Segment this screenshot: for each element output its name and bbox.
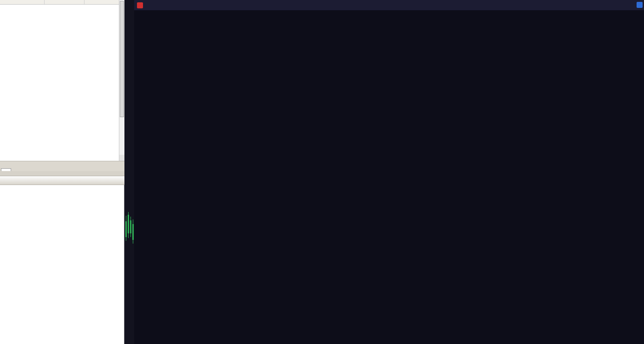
equity-chart[interactable] [134, 20, 644, 75]
menu-bar [134, 10, 644, 20]
market-watch-header [0, 0, 119, 5]
equity-curve [134, 20, 644, 75]
window-button-icon[interactable] [637, 2, 643, 8]
stats-window [134, 0, 644, 344]
navigator-header [0, 176, 124, 185]
candlestick-fragment [124, 210, 134, 248]
market-watch-scrollbar[interactable] [119, 0, 124, 161]
col-ask[interactable] [85, 0, 119, 5]
market-watch-tabs [0, 161, 124, 171]
app-root [0, 0, 644, 344]
scrollbar-thumb[interactable] [120, 1, 124, 117]
market-watch-panel [0, 0, 124, 344]
title-bar[interactable] [134, 0, 644, 10]
background-chart-strip [124, 0, 134, 344]
col-symbol[interactable] [0, 0, 45, 5]
window-chrome-divider [0, 171, 124, 176]
app-icon [137, 2, 143, 8]
col-bid[interactable] [45, 0, 85, 5]
market-watch [0, 0, 119, 5]
